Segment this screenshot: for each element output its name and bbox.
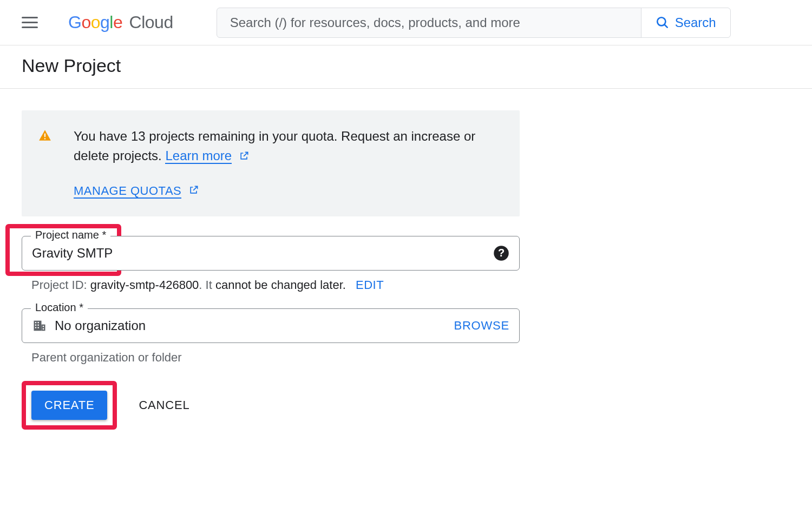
svg-line-1 xyxy=(664,24,667,27)
help-icon[interactable]: ? xyxy=(493,245,509,261)
svg-rect-11 xyxy=(38,325,39,326)
svg-rect-15 xyxy=(43,328,44,330)
google-cloud-logo[interactable]: Google Cloud xyxy=(68,12,173,32)
project-name-label: Project name * xyxy=(31,229,110,241)
create-button[interactable]: CREATE xyxy=(31,391,107,420)
page-title: New Project xyxy=(22,55,790,76)
svg-rect-10 xyxy=(35,325,36,326)
svg-rect-13 xyxy=(38,327,39,328)
external-link-icon xyxy=(188,182,199,200)
quota-infobox: You have 13 projects remaining in your q… xyxy=(22,110,520,216)
location-helper: Parent organization or folder xyxy=(31,351,520,365)
hamburger-menu-icon[interactable] xyxy=(22,13,41,32)
edit-project-id-button[interactable]: EDIT xyxy=(356,278,384,292)
project-name-input[interactable] xyxy=(32,246,493,261)
external-link-icon xyxy=(239,147,250,167)
location-field[interactable]: Location * BROWSE xyxy=(22,308,520,343)
search-button[interactable]: Search xyxy=(641,8,730,37)
page-title-row: New Project xyxy=(0,45,812,89)
warning-icon xyxy=(38,127,52,200)
search-button-label: Search xyxy=(675,15,716,30)
svg-rect-3 xyxy=(44,138,45,139)
project-name-field-wrap: Project name * ? xyxy=(22,236,520,271)
cancel-button[interactable]: CANCEL xyxy=(139,398,189,412)
quota-text: You have 13 projects remaining in your q… xyxy=(74,129,475,163)
project-id-helper: Project ID: gravity-smtp-426800. It cann… xyxy=(31,278,520,292)
svg-rect-7 xyxy=(42,325,45,331)
svg-text:?: ? xyxy=(498,247,505,259)
topbar: Google Cloud Search xyxy=(0,0,812,45)
svg-rect-14 xyxy=(43,326,44,327)
infobox-body: You have 13 projects remaining in your q… xyxy=(74,127,503,200)
location-field-wrap: Location * BROWSE xyxy=(22,308,520,343)
learn-more-link[interactable]: Learn more xyxy=(165,148,232,164)
search-input[interactable] xyxy=(217,8,641,37)
location-input[interactable] xyxy=(55,318,454,333)
browse-button[interactable]: BROWSE xyxy=(454,319,509,333)
search-icon xyxy=(656,16,670,30)
svg-rect-9 xyxy=(38,322,39,323)
search-bar: Search xyxy=(217,8,731,38)
project-name-field[interactable]: Project name * ? xyxy=(22,236,520,271)
button-row: CREATE CANCEL xyxy=(22,381,520,430)
content: You have 13 projects remaining in your q… xyxy=(0,89,541,451)
svg-rect-8 xyxy=(35,322,36,323)
organization-icon xyxy=(32,318,47,333)
location-label: Location * xyxy=(31,301,88,314)
svg-rect-2 xyxy=(44,134,45,137)
svg-rect-12 xyxy=(35,327,36,328)
manage-quotas-link[interactable]: MANAGE QUOTAS xyxy=(74,184,181,199)
callout-highlight: CREATE xyxy=(22,381,117,430)
